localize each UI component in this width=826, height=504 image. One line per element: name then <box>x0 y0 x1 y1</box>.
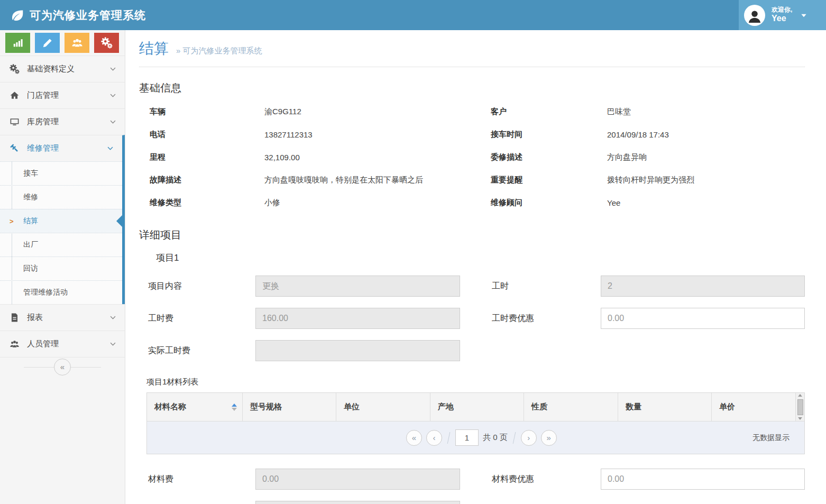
main-content: 结算 » 可为汽修业务管理系统 基础信息 车辆 渝C9G112 客户 巴味堂 电… <box>125 30 826 504</box>
work-hours-input[interactable] <box>601 276 805 297</box>
chevron-down-icon <box>109 314 116 321</box>
scrollbar-thumb[interactable] <box>797 399 803 415</box>
material-discount-input[interactable] <box>601 469 805 490</box>
last-page-button[interactable]: » <box>541 430 557 446</box>
field-label: 客户 <box>491 100 607 123</box>
labor-fee-label: 工时费 <box>148 313 255 324</box>
form-row: 项目内容 工时 <box>139 276 805 297</box>
chevron-down-icon <box>109 341 116 347</box>
previous-page-button[interactable]: ‹ <box>426 430 442 446</box>
sidebar-collapse-button[interactable]: « <box>54 359 71 375</box>
form-row: 实际材料费 <box>139 501 805 504</box>
field-label: 维修类型 <box>150 191 264 214</box>
column-header-unit-price[interactable]: 单价 <box>712 393 795 421</box>
active-arrow-icon: > <box>10 217 14 225</box>
labor-discount-input[interactable] <box>601 308 805 329</box>
field-value: 方向盘异响 <box>607 146 805 169</box>
welcome-line2: Yee <box>772 14 792 23</box>
page-number-input[interactable] <box>455 429 479 446</box>
stats-button[interactable] <box>5 33 30 53</box>
users-button[interactable] <box>65 33 89 53</box>
column-header-model-spec[interactable]: 型号规格 <box>243 393 336 421</box>
labor-fee-input[interactable] <box>255 308 460 329</box>
edit-button[interactable] <box>35 33 60 53</box>
monitor-icon <box>10 117 20 127</box>
sidebar-item-reports[interactable]: 报表 <box>0 304 125 331</box>
user-avatar <box>744 5 765 26</box>
column-header-quantity[interactable]: 数量 <box>618 393 712 421</box>
actual-material-fee-input[interactable] <box>255 501 460 504</box>
field-label: 车辆 <box>150 100 264 123</box>
breadcrumb: » 可为汽修业务管理系统 <box>176 46 262 56</box>
sidebar-item-personnel-mgmt[interactable]: 人员管理 <box>0 331 125 357</box>
next-page-button[interactable]: › <box>521 430 537 446</box>
field-value: 2014/09/18 17:43 <box>607 123 805 146</box>
pagination-controls: « ‹ 共 0 页 › » <box>406 429 557 446</box>
first-page-button[interactable]: « <box>406 430 422 446</box>
materials-table-header: 材料名称 型号规格 单位 产地 性质 数量 单价 <box>147 393 804 421</box>
submenu-item-repair[interactable]: 维修 <box>0 185 122 209</box>
repair-submenu: 接车 维修 > 结算 出厂 回访 管理维修活动 <box>0 161 125 304</box>
work-hours-label: 工时 <box>492 281 601 292</box>
basic-info-heading: 基础信息 <box>139 81 805 95</box>
field-label: 重要提醒 <box>491 169 607 191</box>
field-label: 接车时间 <box>491 123 607 146</box>
sidebar-item-warehouse-mgmt[interactable]: 库房管理 <box>0 108 125 135</box>
submenu-item-label: 维修 <box>23 193 38 202</box>
submenu-item-label: 接车 <box>23 169 38 178</box>
materials-list-title: 项目1材料列表 <box>146 377 805 387</box>
actual-labor-fee-label: 实际工时费 <box>148 345 255 356</box>
welcome-text: 欢迎你, Yee <box>772 6 792 23</box>
column-label: 单位 <box>344 402 360 412</box>
submenu-item-label: 管理维修活动 <box>23 288 68 297</box>
material-discount-label: 材料费优惠 <box>492 474 601 485</box>
submenu-item-receive-car[interactable]: 接车 <box>0 161 122 185</box>
sidebar-collapse-row: « <box>0 357 125 376</box>
pagination-divider <box>447 432 451 444</box>
material-fee-input[interactable] <box>255 469 460 490</box>
field-value: 拨转向杆时异响更为强烈 <box>607 169 805 191</box>
table-pagination: « ‹ 共 0 页 › » 无数据显示 <box>147 421 804 454</box>
form-row: 工时费 工时费优惠 <box>139 308 805 329</box>
table-scrollbar[interactable] <box>795 393 804 421</box>
submenu-item-settlement[interactable]: > 结算 <box>0 209 122 233</box>
home-icon <box>10 90 20 100</box>
quick-buttons <box>0 30 125 56</box>
sidebar-item-repair-mgmt[interactable]: 维修管理 <box>0 135 125 161</box>
column-header-origin[interactable]: 产地 <box>430 393 524 421</box>
submenu-item-follow-up[interactable]: 回访 <box>0 256 122 280</box>
column-label: 数量 <box>626 402 641 412</box>
column-header-unit[interactable]: 单位 <box>336 393 430 421</box>
chevron-down-icon <box>109 118 116 125</box>
field-value: 13827112313 <box>264 123 491 146</box>
basic-info-grid: 车辆 渝C9G112 客户 巴味堂 电话 13827112313 接车时间 20… <box>139 100 805 214</box>
scroll-down-icon[interactable] <box>798 417 802 420</box>
submenu-item-leave-factory[interactable]: 出厂 <box>0 233 122 256</box>
sidebar-item-basic-data[interactable]: 基础资料定义 <box>0 56 125 82</box>
pagination-divider <box>512 432 516 444</box>
caret-down-icon <box>800 11 808 20</box>
users-icon <box>10 339 20 349</box>
double-chevron-left-icon: « <box>60 362 65 371</box>
app-title: 可为汽修业务管理系统 <box>30 8 146 23</box>
user-menu[interactable]: 欢迎你, Yee <box>739 0 826 30</box>
actual-labor-fee-input[interactable] <box>255 340 460 361</box>
sidebar: 基础资料定义 门店管理 库房管理 维修管理 接车 维修 > 结算 出厂 回访 管… <box>0 30 125 504</box>
empty-data-text: 无数据显示 <box>752 433 790 443</box>
column-header-property[interactable]: 性质 <box>524 393 618 421</box>
field-label: 里程 <box>150 146 264 169</box>
field-value: Yee <box>607 191 805 214</box>
page-title: 结算 <box>139 39 169 59</box>
sidebar-item-store-mgmt[interactable]: 门店管理 <box>0 82 125 108</box>
chevron-down-icon <box>107 145 114 152</box>
column-header-material-name[interactable]: 材料名称 <box>147 393 243 421</box>
sort-icon[interactable] <box>232 404 237 411</box>
labor-discount-label: 工时费优惠 <box>492 313 601 324</box>
gears-icon <box>10 64 20 74</box>
materials-table: 材料名称 型号规格 单位 产地 性质 数量 单价 « ‹ 共 0 页 <box>146 392 805 454</box>
project-content-input[interactable] <box>255 276 460 297</box>
submenu-item-manage-activities[interactable]: 管理维修活动 <box>0 280 122 304</box>
scroll-up-icon[interactable] <box>798 394 802 397</box>
settings-button[interactable] <box>94 33 119 53</box>
material-fee-label: 材料费 <box>148 474 255 485</box>
